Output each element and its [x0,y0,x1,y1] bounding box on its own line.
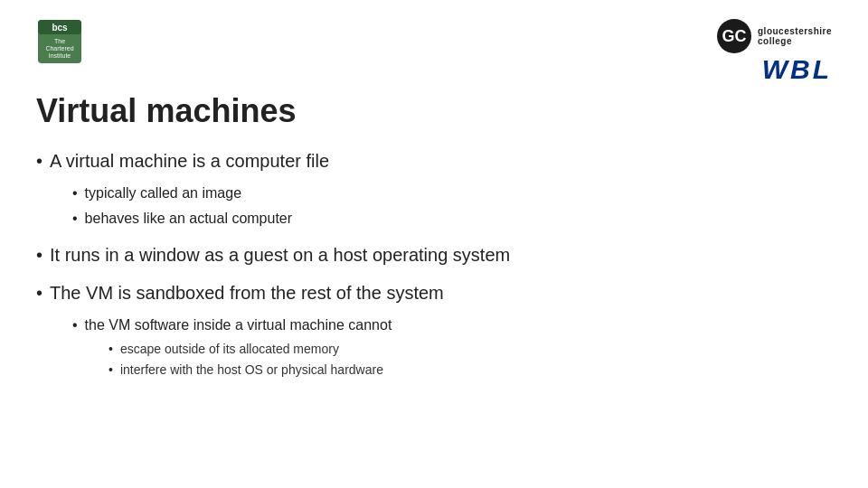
bullet-marker-l1-1: • [36,148,42,174]
slide-title: Virtual machines [36,92,832,130]
bcs-logo: bcs The Chartered Institute [36,18,83,69]
bullet-marker-l3-3-1-1: • [108,340,113,359]
bullet-marker-l3-3-1-2: • [108,361,113,380]
bullet-text-l3-3-1-2: interfere with the host OS or physical h… [120,361,383,380]
gc-circle-logo: GC [716,18,752,54]
bullet-text-l2-1-2: behaves like an actual computer [85,208,292,230]
bullet-marker-l2-1-1: • [72,183,78,204]
bullet-l1-2: • It runs in a window as a guest on a ho… [36,242,832,267]
bullet-marker-l2-1-2: • [72,208,78,230]
section-3: • The VM is sandboxed from the rest of t… [36,280,832,380]
bullet-text-l1-3: The VM is sandboxed from the rest of the… [50,280,444,305]
bullet-marker-l1-3: • [36,280,42,305]
svg-text:Institute: Institute [49,52,71,59]
svg-text:GC: GC [722,27,747,45]
gc-wbl-logos: GC gloucestershire college WBL [716,18,832,83]
bullet-marker-l2-3-1: • [72,314,78,336]
header-logos: bcs The Chartered Institute GC glouceste… [36,18,832,83]
slide: bcs The Chartered Institute GC glouceste… [0,0,868,488]
section-1: • A virtual machine is a computer file •… [36,148,832,230]
wbl-label: WBL [762,56,832,83]
gc-name-line1: gloucestershire [758,26,832,36]
bullet-l3-3-1-2: • interfere with the host OS or physical… [108,361,832,380]
bullet-l3-3-1-1: • escape outside of its allocated memory [108,340,832,359]
bullet-marker-l1-2: • [36,242,42,267]
svg-text:bcs: bcs [52,23,68,33]
bullet-l1-1: • A virtual machine is a computer file [36,148,832,174]
bullet-l2-1-2: • behaves like an actual computer [72,208,832,230]
bullet-l1-3: • The VM is sandboxed from the rest of t… [36,280,832,305]
bullet-text-l3-3-1-1: escape outside of its allocated memory [120,340,339,359]
svg-text:Chartered: Chartered [45,45,73,52]
bullet-l2-1-1: • typically called an image [72,183,832,204]
bullet-text-l2-1-1: typically called an image [85,183,241,204]
bullet-text-l2-3-1: the VM software inside a virtual machine… [85,314,392,336]
slide-content: • A virtual machine is a computer file •… [36,148,832,380]
bullet-text-l1-1: A virtual machine is a computer file [50,148,329,174]
bullet-l2-3-1: • the VM software inside a virtual machi… [72,314,832,336]
section-2: • It runs in a window as a guest on a ho… [36,242,832,267]
svg-text:The: The [54,38,65,44]
bullet-text-l1-2: It runs in a window as a guest on a host… [50,242,510,267]
gc-name-line2: college [758,36,832,46]
